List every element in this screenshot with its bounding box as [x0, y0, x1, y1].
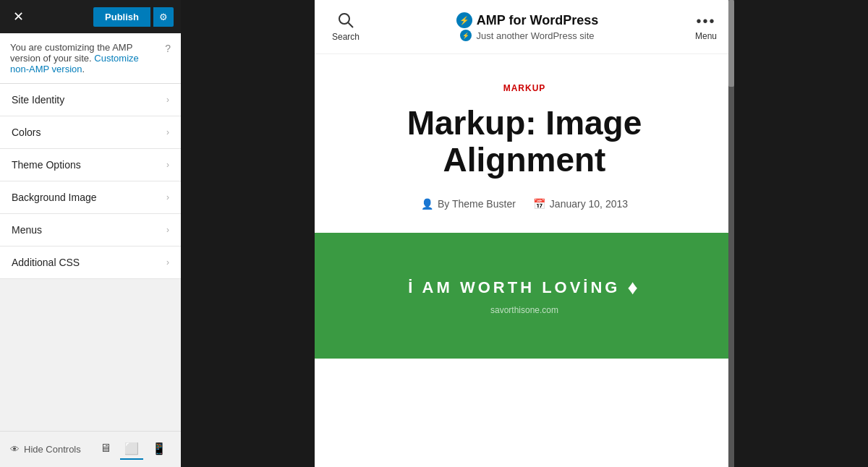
green-section: İ AM WORTH LOVİNG ♦ savorthisone.com	[315, 233, 734, 359]
site-header: Search ⚡ AMP for WordPress ⚡ Just anothe…	[315, 0, 734, 54]
svg-line-1	[349, 23, 354, 28]
post-date: 📅 January 10, 2013	[533, 198, 628, 210]
eye-icon: 👁	[10, 444, 20, 455]
post-author-name: By Theme Buster	[438, 198, 516, 210]
chevron-right-icon: ›	[166, 225, 169, 235]
info-bar: You are customizing the AMP version of y…	[0, 33, 181, 84]
publish-button[interactable]: Publish	[93, 7, 150, 27]
nav-list: Site Identity › Colors › Theme Options ›…	[0, 84, 181, 431]
green-tagline: İ AM WORTH LOVİNG ♦	[338, 276, 711, 299]
sidebar-item-theme-options[interactable]: Theme Options ›	[0, 149, 181, 181]
sidebar-header: ✕ Publish ⚙	[0, 0, 181, 33]
chevron-right-icon: ›	[166, 160, 169, 170]
customizer-sidebar: ✕ Publish ⚙ You are customizing the AMP …	[0, 0, 181, 467]
sidebar-item-label: Background Image	[12, 192, 97, 203]
post-area: MARKUP Markup: Image Alignment 👤 By Them…	[315, 54, 734, 233]
preview-frame: Search ⚡ AMP for WordPress ⚡ Just anothe…	[315, 0, 734, 467]
chevron-right-icon: ›	[166, 257, 169, 267]
help-icon[interactable]: ?	[165, 43, 171, 54]
site-title-row: ⚡ AMP for WordPress	[456, 12, 598, 28]
mobile-icon[interactable]: 📱	[148, 439, 171, 460]
sidebar-item-label: Menus	[12, 224, 42, 236]
sidebar-item-menus[interactable]: Menus ›	[0, 214, 181, 247]
search-icon	[337, 12, 354, 29]
info-text-wrap: You are customizing the AMP version of y…	[10, 42, 159, 74]
post-title: Markup: Image Alignment	[338, 105, 711, 178]
desktop-icon[interactable]: 🖥	[95, 439, 116, 460]
menu-dots-icon: •••	[696, 13, 715, 30]
sidebar-item-additional-css[interactable]: Additional CSS ›	[0, 247, 181, 279]
sidebar-item-colors[interactable]: Colors ›	[0, 116, 181, 149]
sidebar-item-site-identity[interactable]: Site Identity ›	[0, 84, 181, 116]
tablet-icon[interactable]: ⬜	[120, 439, 143, 460]
scroll-thumb[interactable]	[728, 0, 734, 87]
sidebar-item-label: Additional CSS	[12, 257, 80, 268]
sidebar-item-label: Site Identity	[12, 94, 64, 106]
chevron-right-icon: ›	[166, 192, 169, 202]
sidebar-item-label: Colors	[12, 127, 41, 138]
green-url: savorthisone.com	[338, 305, 711, 315]
amp-badge-small: ⚡	[460, 30, 472, 41]
hide-controls-button[interactable]: 👁 Hide Controls	[10, 444, 81, 455]
gear-button[interactable]: ⚙	[153, 7, 174, 27]
publish-area: Publish ⚙	[93, 7, 174, 27]
sidebar-item-background-image[interactable]: Background Image ›	[0, 181, 181, 214]
site-tagline: ⚡ Just another WordPress site	[456, 30, 598, 41]
site-name: AMP for WordPress	[477, 13, 598, 28]
chevron-right-icon: ›	[166, 95, 169, 105]
close-button[interactable]: ✕	[7, 6, 30, 27]
amp-badge: ⚡	[456, 12, 472, 28]
author-icon: 👤	[421, 198, 433, 210]
diamond-icon: ♦	[627, 276, 640, 299]
post-category: MARKUP	[338, 83, 711, 93]
post-meta: 👤 By Theme Buster 📅 January 10, 2013	[338, 198, 711, 210]
scroll-track[interactable]	[728, 0, 734, 467]
svg-point-0	[339, 14, 349, 24]
info-link-suffix: .	[82, 64, 85, 74]
sidebar-item-label: Theme Options	[12, 159, 81, 171]
calendar-icon: 📅	[533, 198, 545, 210]
hide-controls-label: Hide Controls	[24, 444, 81, 455]
sidebar-footer: 👁 Hide Controls 🖥 ⬜ 📱	[0, 431, 181, 467]
search-label: Search	[332, 32, 359, 42]
post-author: 👤 By Theme Buster	[421, 198, 516, 210]
site-title-wrap: ⚡ AMP for WordPress ⚡ Just another WordP…	[456, 12, 598, 41]
menu-button[interactable]: ••• Menu	[695, 13, 717, 41]
tagline-text: Just another WordPress site	[476, 30, 594, 41]
green-tagline-text: İ AM WORTH LOVİNG	[408, 278, 620, 297]
device-switcher: 🖥 ⬜ 📱	[95, 439, 171, 460]
chevron-right-icon: ›	[166, 127, 169, 137]
preview-area: Search ⚡ AMP for WordPress ⚡ Just anothe…	[181, 0, 868, 467]
menu-label: Menu	[695, 31, 717, 41]
post-date-text: January 10, 2013	[550, 198, 628, 210]
search-button[interactable]: Search	[332, 12, 359, 42]
